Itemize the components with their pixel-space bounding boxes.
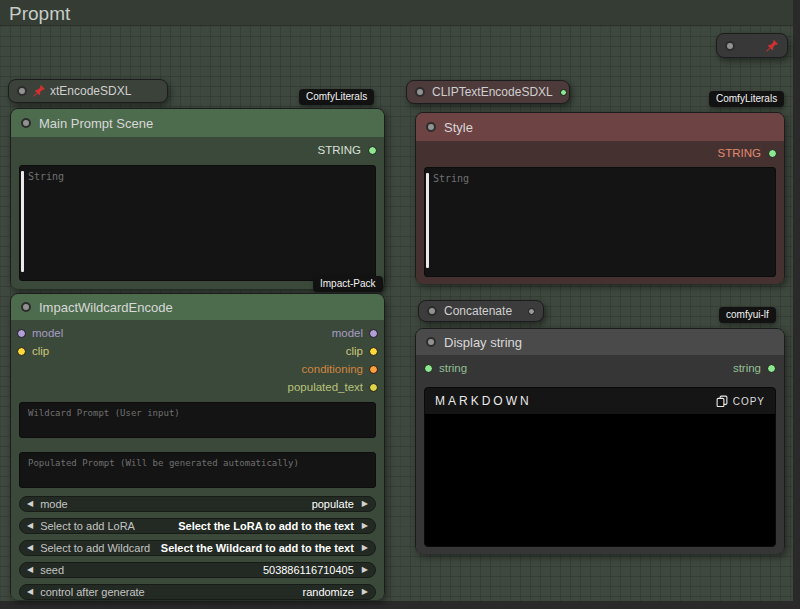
collapsed-output-stub[interactable] [560, 89, 567, 96]
widget-label: Select to add LoRA [40, 520, 135, 532]
output-slot-model[interactable] [369, 329, 378, 338]
slot-row: populated_text [11, 378, 384, 396]
textarea-value: String [433, 173, 469, 184]
input-slot-clip[interactable] [17, 347, 26, 356]
collapse-toggle-dot[interactable] [427, 306, 437, 316]
node-title: Style [444, 120, 473, 135]
node-header[interactable]: ImpactWildcardEncode [11, 294, 384, 320]
output-slot-conditioning[interactable] [369, 365, 378, 374]
node-style[interactable]: Style STRING String [415, 112, 785, 284]
wildcard-prompt-textarea[interactable]: Wildcard Prompt (User input) [19, 402, 376, 438]
node-display-string[interactable]: Display string string string MARKDOWN [415, 328, 785, 554]
text-caret [21, 171, 24, 272]
widget-value: randomize [302, 586, 353, 598]
pin-icon [765, 39, 779, 53]
collapsed-node-cliptextencodesdxl-left[interactable]: xtEncodeSDXL [8, 79, 168, 103]
collapsed-node-title: Concatenate [444, 304, 512, 318]
string-textarea[interactable]: String [424, 167, 776, 277]
node-header[interactable]: Style [416, 113, 784, 141]
text-caret [426, 173, 429, 268]
combo-right-arrow-icon[interactable]: ▶ [362, 500, 368, 508]
output-slot-populated-text[interactable] [369, 383, 378, 392]
output-slot-label: populated_text [288, 381, 363, 393]
combo-left-arrow-icon[interactable]: ◀ [27, 566, 33, 574]
output-slot-label: string [733, 362, 761, 374]
collapsed-node-cliptextencodesdxl-right[interactable]: CLIPTextEncodeSDXL [406, 80, 570, 104]
input-slot-label: model [32, 327, 63, 339]
markdown-title: MARKDOWN [435, 394, 532, 408]
collapsed-node-title: CLIPTextEncodeSDXL [432, 85, 553, 99]
collapsed-output-stub[interactable] [528, 308, 535, 315]
slot-row: conditioning [11, 360, 384, 378]
widget-label: Select to add Wildcard [40, 542, 150, 554]
copy-icon [716, 395, 728, 407]
widget-mode[interactable]: ◀ mode populate ▶ [19, 496, 376, 512]
node-title: Main Prompt Scene [39, 116, 153, 131]
widget-value: Select the LoRA to add to the text [178, 520, 354, 532]
node-title: ImpactWildcardEncode [39, 300, 173, 315]
textarea-value: Populated Prompt (Will be generated auto… [28, 458, 299, 468]
widget-value: populate [312, 498, 354, 510]
widget-seed[interactable]: ◀ seed 503886116710405 ▶ [19, 562, 376, 578]
markdown-content [425, 414, 775, 547]
combo-left-arrow-icon[interactable]: ◀ [27, 500, 33, 508]
copy-button[interactable]: COPY [716, 395, 765, 407]
collapse-toggle-dot[interactable] [725, 41, 735, 51]
input-slot-string[interactable] [424, 364, 433, 373]
collapse-toggle-dot[interactable] [21, 118, 31, 128]
markdown-panel: MARKDOWN COPY [424, 387, 776, 547]
combo-right-arrow-icon[interactable]: ▶ [362, 566, 368, 574]
widget-value: 503886116710405 [263, 564, 354, 576]
widget-control-after-generate[interactable]: ◀ control after generate randomize ▶ [19, 584, 376, 600]
combo-left-arrow-icon[interactable]: ◀ [27, 522, 33, 530]
combo-left-arrow-icon[interactable]: ◀ [27, 588, 33, 596]
slot-row: clip clip [11, 342, 384, 360]
output-slot-label: STRING [718, 147, 761, 159]
widget-select-wildcard[interactable]: ◀ Select to add Wildcard Select the Wild… [19, 540, 376, 556]
output-slot-label: STRING [318, 144, 361, 156]
output-slot-label: conditioning [302, 363, 363, 375]
output-slot-label: clip [346, 345, 363, 357]
input-slot-model[interactable] [17, 329, 26, 338]
collapsed-node-concatenate[interactable]: Concatenate [418, 300, 544, 322]
output-slot-string[interactable] [368, 146, 377, 155]
combo-left-arrow-icon[interactable]: ◀ [27, 544, 33, 552]
populated-prompt-textarea[interactable]: Populated Prompt (Will be generated auto… [19, 452, 376, 488]
output-slot-clip[interactable] [369, 347, 378, 356]
string-textarea[interactable]: String [19, 165, 376, 281]
output-slot-string[interactable] [767, 364, 776, 373]
widget-label: seed [40, 564, 64, 576]
combo-right-arrow-icon[interactable]: ▶ [362, 544, 368, 552]
node-title: Display string [444, 335, 522, 350]
collapsed-node-title: xtEncodeSDXL [50, 84, 131, 98]
output-slot-string[interactable] [768, 149, 777, 158]
textarea-value: String [28, 171, 64, 182]
combo-right-arrow-icon[interactable]: ▶ [362, 522, 368, 530]
widget-label: mode [40, 498, 68, 510]
collapse-toggle-dot[interactable] [426, 337, 436, 347]
node-body: string string MARKDOWN COPY [416, 355, 784, 554]
node-main-prompt-scene[interactable]: Main Prompt Scene STRING String [10, 108, 385, 289]
badge-comfyliterals-left: ComfyLiterals [299, 89, 374, 105]
collapsed-node-pinned-topright[interactable] [716, 33, 788, 58]
node-body: STRING String [416, 141, 784, 284]
widget-label: control after generate [40, 586, 145, 598]
collapse-toggle-dot[interactable] [17, 86, 27, 96]
collapse-toggle-dot[interactable] [21, 302, 31, 312]
slot-row: string string [416, 355, 784, 381]
textarea-value: Wildcard Prompt (User input) [28, 408, 180, 418]
node-header[interactable]: Display string [416, 329, 784, 355]
collapse-toggle-dot[interactable] [415, 87, 425, 97]
node-header[interactable]: Main Prompt Scene [11, 109, 384, 137]
markdown-header: MARKDOWN COPY [425, 388, 775, 414]
widget-value: Select the Wildcard to add to the text [161, 542, 354, 554]
widget-select-lora[interactable]: ◀ Select to add LoRA Select the LoRA to … [19, 518, 376, 534]
badge-comfyui-lf: comfyui-lf [719, 307, 776, 323]
badge-impact-pack: Impact-Pack [313, 276, 383, 292]
collapse-toggle-dot[interactable] [426, 122, 436, 132]
pin-icon [32, 84, 46, 98]
badge-comfyliterals-right: ComfyLiterals [709, 91, 784, 107]
combo-right-arrow-icon[interactable]: ▶ [362, 588, 368, 596]
group-title-bar[interactable]: Propmt [0, 0, 793, 26]
node-impactwildcardencode[interactable]: ImpactWildcardEncode model model clip [10, 293, 385, 600]
